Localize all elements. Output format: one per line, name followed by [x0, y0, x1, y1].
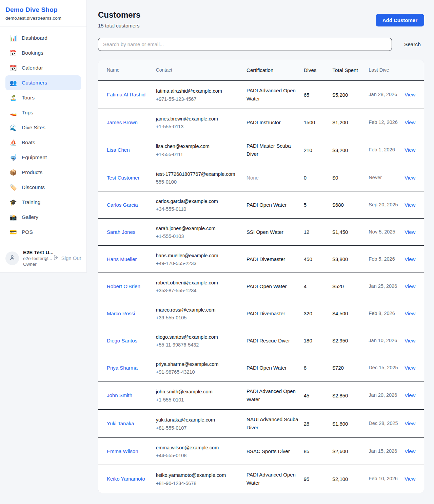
customer-dives: 1500 — [304, 119, 333, 125]
customer-name-link[interactable]: Hans Mueller — [107, 256, 137, 262]
customer-name-link[interactable]: Robert O'Brien — [107, 283, 140, 289]
customer-total-spent: $2,100 — [333, 476, 369, 482]
customer-name-link[interactable]: Test Customer — [107, 175, 140, 181]
customer-name-link[interactable]: Diego Santos — [107, 338, 137, 343]
wave-icon: 🌊 — [9, 124, 17, 131]
view-link[interactable]: View — [405, 175, 415, 181]
sailboat-icon: ⛵ — [9, 139, 17, 146]
page-title-block: Customers 15 total customers — [98, 10, 140, 29]
customer-phone: +49-170-555-2233 — [156, 261, 242, 266]
view-link[interactable]: View — [405, 256, 415, 262]
table-row: Yuki Tanaka yuki.tanaka@example.com +81-… — [98, 410, 424, 438]
customer-name-link[interactable]: Emma Wilson — [107, 448, 138, 454]
customer-dives: 28 — [304, 421, 333, 427]
view-link[interactable]: View — [405, 311, 415, 316]
sidebar-item-discounts[interactable]: 🏷️ Discounts — [5, 180, 81, 195]
customer-last-dive: Feb 12, 2026 — [369, 119, 405, 126]
sidebar-item-label: Tours — [22, 95, 35, 101]
customer-certification: PADI Rescue Diver — [246, 337, 304, 345]
sidebar-item-label: Equipment — [22, 154, 47, 161]
add-customer-button[interactable]: Add Customer — [376, 14, 424, 26]
customers-table: Name Contact Certification Dives Total S… — [98, 60, 424, 493]
sidebar-item-customers[interactable]: 👥 Customers — [5, 75, 81, 90]
customer-phone: +1-555-0111 — [156, 152, 242, 157]
customer-name-link[interactable]: Sarah Jones — [107, 229, 135, 235]
island-icon: 🏝️ — [9, 94, 17, 101]
brand-domain: demo.test.divestreams.com — [5, 16, 81, 21]
customer-email: test-1772681807767@example.com — [156, 171, 242, 178]
sidebar-item-label: Bookings — [22, 50, 43, 56]
customer-phone: +44-555-0108 — [156, 453, 242, 458]
sidebar-item-dive-sites[interactable]: 🌊 Dive Sites — [5, 120, 81, 135]
page-title: Customers — [98, 10, 140, 20]
customer-name-link[interactable]: Keiko Yamamoto — [107, 476, 145, 482]
customer-last-dive: Dec 15, 2025 — [369, 364, 405, 372]
customer-last-dive: Feb 8, 2026 — [369, 310, 405, 317]
customer-certification: PADI Advanced Open Water — [246, 87, 304, 103]
view-link[interactable]: View — [405, 365, 415, 371]
view-link[interactable]: View — [405, 229, 415, 235]
table-row: Emma Wilson emma.wilson@example.com +44-… — [98, 438, 424, 465]
brand-name[interactable]: Demo Dive Shop — [5, 6, 81, 14]
customer-email: robert.obrien@example.com — [156, 279, 242, 286]
sidebar-item-label: Boats — [22, 139, 35, 146]
customer-name-link[interactable]: Lisa Chen — [107, 147, 130, 153]
view-link[interactable]: View — [405, 147, 415, 153]
customer-certification: PADI Divemaster — [246, 310, 304, 318]
customer-name-link[interactable]: Fatima Al-Rashid — [107, 92, 145, 97]
search-button[interactable]: Search — [401, 41, 424, 48]
column-header-last-dive: Last Dive — [369, 67, 405, 74]
customer-certification: PADI Master Scuba Diver — [246, 142, 304, 158]
user-name: E2E Test U... — [23, 249, 49, 255]
customer-name-link[interactable]: John Smith — [107, 392, 132, 398]
customer-email: lisa.chen@example.com — [156, 143, 242, 150]
customer-name-link[interactable]: Carlos Garcia — [107, 202, 138, 208]
sidebar-item-products[interactable]: 📦 Products — [5, 165, 81, 180]
sidebar-item-dashboard[interactable]: 📊 Dashboard — [5, 31, 81, 45]
sidebar-item-trips[interactable]: 🚤 Trips — [5, 105, 81, 120]
table-header-row: Name Contact Certification Dives Total S… — [98, 60, 424, 81]
sidebar-item-pos[interactable]: 💳 POS — [5, 225, 81, 240]
view-link[interactable]: View — [405, 476, 415, 482]
view-link[interactable]: View — [405, 421, 415, 426]
customer-email: fatima.alrashid@example.com — [156, 88, 242, 95]
sign-out-button[interactable]: Sign Out — [53, 255, 81, 262]
sidebar-item-gallery[interactable]: 📸 Gallery — [5, 210, 81, 225]
table-row: Robert O'Brien robert.obrien@example.com… — [98, 273, 424, 300]
customer-name-link[interactable]: James Brown — [107, 119, 138, 125]
sidebar-item-training[interactable]: 🎓 Training — [5, 195, 81, 210]
customer-name-link[interactable]: Marco Rossi — [107, 311, 135, 316]
main-content: Customers 15 total customers Add Custome… — [87, 0, 434, 493]
customer-name-link[interactable]: Priya Sharma — [107, 365, 138, 371]
customer-phone: +34-555-0110 — [156, 206, 242, 212]
sidebar-item-calendar[interactable]: 📆 Calendar — [5, 60, 81, 75]
customer-dives: 65 — [304, 92, 333, 98]
boat-trip-icon: 🚤 — [9, 109, 17, 116]
customer-total-spent: $1,800 — [333, 421, 369, 427]
sidebar-item-tours[interactable]: 🏝️ Tours — [5, 90, 81, 105]
view-link[interactable]: View — [405, 448, 415, 454]
column-header-dives: Dives — [304, 66, 333, 74]
view-link[interactable]: View — [405, 92, 415, 97]
customer-phone: +55-11-99876-5432 — [156, 342, 242, 348]
view-link[interactable]: View — [405, 283, 415, 289]
sidebar-item-equipment[interactable]: 🤿 Equipment — [5, 150, 81, 165]
sidebar-item-bookings[interactable]: 📅 Bookings — [5, 45, 81, 60]
view-link[interactable]: View — [405, 202, 415, 208]
customer-total-spent: $520 — [333, 283, 369, 289]
customer-certification: None — [246, 174, 304, 182]
table-row: Keiko Yamamoto keiko.yamamoto@example.co… — [98, 465, 424, 493]
sidebar-item-boats[interactable]: ⛵ Boats — [5, 135, 81, 150]
customer-name-link[interactable]: Yuki Tanaka — [107, 421, 134, 426]
customer-phone: +91-98765-43210 — [156, 369, 242, 375]
sidebar-item-label: Dashboard — [22, 35, 47, 41]
view-link[interactable]: View — [405, 392, 415, 398]
customer-total-spent: $4,500 — [333, 311, 369, 316]
customer-last-dive: Jan 15, 2026 — [369, 448, 405, 455]
view-link[interactable]: View — [405, 338, 415, 343]
customer-total-spent: $1,200 — [333, 119, 369, 125]
table-row: James Brown james.brown@example.com +1-5… — [98, 109, 424, 136]
view-link[interactable]: View — [405, 119, 415, 125]
search-input[interactable] — [98, 38, 392, 51]
sidebar-item-label: Customers — [22, 80, 47, 86]
